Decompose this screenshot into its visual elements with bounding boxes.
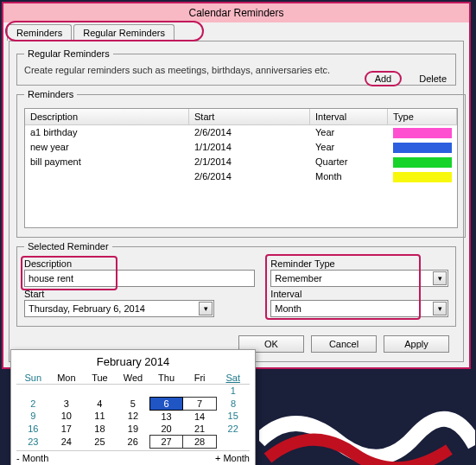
start-date-dropdown[interactable]: Thursday, February 6, 2014 ▾ <box>24 300 214 317</box>
calendar-popup: February 2014 Sun Mon Tue Wed Thu Fri Sa… <box>10 349 256 465</box>
day-header-thu: Thu <box>149 372 183 385</box>
calendar-grid: Sun Mon Tue Wed Thu Fri Sat 123456789101… <box>16 372 250 449</box>
calendar-day[interactable]: 4 <box>83 397 117 410</box>
calendar-day[interactable]: 15 <box>216 410 250 423</box>
col-start[interactable]: Start <box>189 109 310 124</box>
reminder-type-value: Remember <box>275 273 321 283</box>
calendar-day[interactable]: 27 <box>149 435 183 448</box>
calendar-day[interactable]: 8 <box>216 397 250 410</box>
day-header-fri: Fri <box>183 372 217 385</box>
list-body: a1 birthday2/6/2014Yearnew year1/1/2014Y… <box>25 125 457 227</box>
day-header-mon: Mon <box>50 372 84 385</box>
tab-strip: Reminders Regular Reminders <box>3 22 469 41</box>
calendar-day[interactable]: 9 <box>16 410 50 423</box>
table-row[interactable]: bill payment2/1/2014Quarter <box>25 155 457 169</box>
reminders-list-legend: Reminders <box>24 89 77 99</box>
calendar-reminders-window: Calendar Reminders Reminders Regular Rem… <box>2 2 471 369</box>
calendar-day[interactable]: 13 <box>149 410 183 423</box>
calendar-day[interactable]: 7 <box>183 397 217 410</box>
reminders-list: Description Start Interval Type a1 birth… <box>24 108 458 228</box>
regular-reminders-group: Regular Reminders Create regular reminde… <box>16 48 456 86</box>
apply-button[interactable]: Apply <box>384 335 449 353</box>
tab-regular-reminders[interactable]: Regular Reminders <box>73 24 175 41</box>
calendar-day[interactable]: 20 <box>149 423 183 436</box>
calendar-day[interactable]: 11 <box>83 410 117 423</box>
start-date-value: Thursday, February 6, 2014 <box>29 303 145 314</box>
calendar-day[interactable]: 16 <box>16 423 50 436</box>
calendar-day[interactable]: 19 <box>117 423 150 436</box>
calendar-day[interactable]: 28 <box>183 435 217 448</box>
day-header-wed: Wed <box>117 372 150 385</box>
description-input[interactable] <box>24 270 255 287</box>
background-image <box>259 398 475 465</box>
col-description[interactable]: Description <box>25 109 189 124</box>
reminders-list-group: Reminders Description Start Interval Typ… <box>16 89 466 238</box>
add-link[interactable]: Add <box>365 71 403 86</box>
chevron-down-icon: ▾ <box>199 302 213 315</box>
calendar-day[interactable]: 3 <box>50 397 84 410</box>
calendar-day[interactable]: 14 <box>183 410 217 423</box>
calendar-day[interactable]: 5 <box>117 397 150 410</box>
calendar-day[interactable]: 22 <box>216 423 250 436</box>
reminder-type-dropdown[interactable]: Remember ▾ <box>270 270 448 287</box>
calendar-day <box>50 385 84 398</box>
calendar-day[interactable]: 17 <box>50 423 84 436</box>
prev-month-button[interactable]: - Month <box>16 453 48 463</box>
interval-value: Month <box>275 303 301 314</box>
description-label: Description <box>24 258 255 269</box>
start-label: Start <box>24 289 255 299</box>
calendar-day[interactable]: 23 <box>16 435 50 448</box>
day-header-sun: Sun <box>16 372 50 385</box>
calendar-day[interactable]: 1 <box>216 385 250 398</box>
tab-reminders[interactable]: Reminders <box>7 24 72 41</box>
calendar-day <box>117 385 150 398</box>
calendar-title[interactable]: February 2014 <box>16 354 250 372</box>
calendar-day[interactable]: 25 <box>83 435 117 448</box>
calendar-day[interactable]: 10 <box>50 410 84 423</box>
calendar-day[interactable]: 6 <box>149 397 183 410</box>
calendar-day[interactable]: 18 <box>83 423 117 436</box>
delete-link[interactable]: Delete <box>419 73 447 84</box>
calendar-day <box>16 385 50 398</box>
calendar-day[interactable]: 24 <box>50 435 84 448</box>
calendar-day[interactable]: 26 <box>117 435 150 448</box>
title-bar: Calendar Reminders <box>3 3 469 22</box>
calendar-day <box>216 435 250 448</box>
selected-reminder-legend: Selected Reminder <box>24 241 112 252</box>
regular-reminders-legend: Regular Reminders <box>24 48 113 59</box>
day-header-sat: Sat <box>216 372 250 385</box>
chevron-down-icon: ▾ <box>433 302 447 315</box>
selected-reminder-group: Selected Reminder Description Start Thur… <box>16 241 456 327</box>
calendar-day <box>149 385 183 398</box>
interval-label: Interval <box>270 289 448 299</box>
interval-dropdown[interactable]: Month ▾ <box>270 300 448 317</box>
next-month-button[interactable]: + Month <box>215 453 250 463</box>
table-row[interactable]: a1 birthday2/6/2014Year <box>25 125 457 140</box>
chevron-down-icon: ▾ <box>433 271 447 285</box>
calendar-day <box>83 385 117 398</box>
cancel-button[interactable]: Cancel <box>311 335 377 353</box>
table-row[interactable]: new year1/1/2014Year <box>25 140 457 155</box>
table-row[interactable]: 2/6/2014Month <box>25 169 457 184</box>
calendar-day[interactable]: 21 <box>183 423 217 436</box>
list-header: Description Start Interval Type <box>25 109 457 125</box>
reminder-type-label: Reminder Type <box>270 258 448 269</box>
calendar-day <box>183 385 217 398</box>
col-interval[interactable]: Interval <box>310 109 388 124</box>
calendar-day[interactable]: 12 <box>117 410 150 423</box>
col-type[interactable]: Type <box>388 109 457 124</box>
calendar-day[interactable]: 2 <box>16 397 50 410</box>
day-header-tue: Tue <box>83 372 117 385</box>
